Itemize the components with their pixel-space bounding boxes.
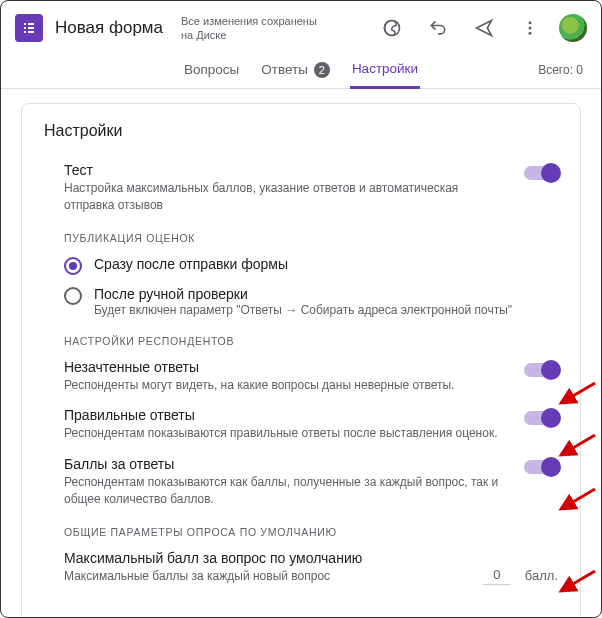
svg-point-10 [529,32,532,35]
pointans-title: Баллы за ответы [64,456,510,472]
svg-point-9 [529,27,532,30]
svg-rect-3 [24,27,26,29]
missed-desc: Респонденты могут видеть, на какие вопро… [64,377,510,394]
settings-card: Настройки Тест Настройка максимальных ба… [21,103,581,618]
correct-toggle[interactable] [524,411,558,425]
defaults-header: ОБЩИЕ ПАРАМЕТРЫ ОПРОСА ПО УМОЛЧАНИЮ [64,526,558,538]
more-icon[interactable] [513,11,547,45]
correct-desc: Респондентам показываются правильные отв… [64,425,510,442]
answers-count-badge: 2 [314,62,330,78]
tab-row: Вопросы Ответы 2 Настройки Всего: 0 [1,51,601,89]
send-icon[interactable] [467,11,501,45]
svg-rect-5 [24,31,26,33]
radio-icon [64,257,82,275]
correct-title: Правильные ответы [64,407,510,423]
svg-rect-6 [28,31,34,33]
radio-release-manual[interactable]: После ручной проверки Будет включен пара… [64,286,558,317]
svg-point-8 [529,21,532,24]
tab-answers-label: Ответы [261,62,308,77]
svg-rect-1 [24,23,26,25]
radio-sublabel: Будет включен параметр "Ответы → Собират… [94,303,512,317]
missed-toggle[interactable] [524,363,558,377]
radio-label: После ручной проверки [94,286,512,302]
total-points: Всего: 0 [538,63,583,77]
tab-questions[interactable]: Вопросы [182,51,241,88]
maxpoints-desc: Максимальные баллы за каждый новый вопро… [64,568,469,585]
maxpoints-title: Максимальный балл за вопрос по умолчанию [64,550,469,566]
save-status: Все изменения сохранены на Диске [181,14,317,43]
app-header: Новая форма Все изменения сохранены на Д… [1,1,601,51]
respondent-header: НАСТРОЙКИ РЕСПОНДЕНТОВ [64,335,558,347]
svg-rect-2 [28,23,34,25]
theme-icon[interactable] [375,11,409,45]
quiz-toggle[interactable] [524,166,558,180]
card-title: Настройки [44,122,558,140]
radio-icon [64,287,82,305]
undo-icon[interactable] [421,11,455,45]
pointans-toggle[interactable] [524,460,558,474]
radio-release-immediately[interactable]: Сразу после отправки формы [64,256,558,274]
quiz-title: Тест [64,162,510,178]
forms-logo-icon [15,14,43,42]
tab-settings[interactable]: Настройки [350,51,420,89]
maxpoints-unit: балл. [525,568,558,585]
tab-answers[interactable]: Ответы 2 [259,51,332,88]
avatar[interactable] [559,14,587,42]
quiz-desc: Настройка максимальных баллов, указание … [64,180,510,214]
pointans-desc: Респондентам показываются как баллы, пол… [64,474,510,508]
missed-title: Незачтенные ответы [64,359,510,375]
maxpoints-input[interactable] [483,565,511,585]
form-title[interactable]: Новая форма [55,18,163,38]
radio-label: Сразу после отправки формы [94,256,288,272]
svg-rect-4 [28,27,34,29]
grades-header: ПУБЛИКАЦИЯ ОЦЕНОК [64,232,558,244]
